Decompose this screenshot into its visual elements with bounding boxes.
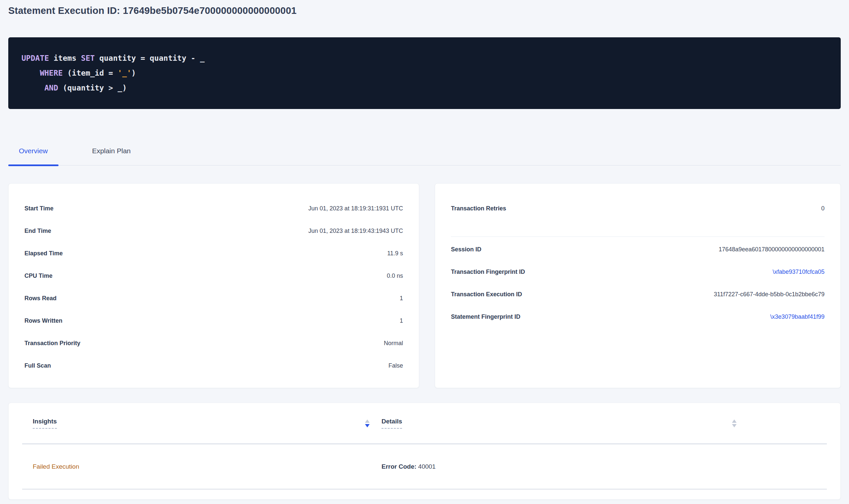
statement-execution-page: Statement Execution ID: 17649be5b0754e70…: [0, 0, 849, 500]
stat-label: Elapsed Time: [24, 250, 63, 257]
column-header-insights[interactable]: Insights: [22, 418, 371, 429]
stat-value: 1: [400, 318, 403, 324]
stat-value: 17648a9eea6017800000000000000001: [719, 246, 825, 253]
sql-indent: [21, 84, 44, 92]
stat-value: 0: [821, 205, 825, 212]
stat-row-transaction-execution-id: Transaction Execution ID 311f7227-c667-4…: [451, 283, 825, 306]
insights-table-card: Insights Details Failed Execution Error …: [8, 402, 841, 500]
sql-text: (item_id =: [63, 69, 118, 77]
stat-row-cpu-time: CPU Time 0.0 ns: [24, 265, 403, 287]
detail-cell: Error Code: 40001: [371, 463, 738, 470]
failed-execution-link[interactable]: Failed Execution: [33, 463, 79, 470]
insight-cell: Failed Execution: [22, 463, 371, 470]
statement-fingerprint-link[interactable]: \x3e3079baabf41f99: [770, 313, 825, 320]
stat-row-elapsed-time: Elapsed Time 11.9 s: [24, 242, 403, 265]
stat-row-statement-fingerprint-id: Statement Fingerprint ID \x3e3079baabf41…: [451, 306, 825, 328]
insights-table-header: Insights Details: [22, 403, 827, 444]
stat-value: 311f7227-c667-4dde-b5bb-0c1b2bbe6c79: [714, 291, 825, 298]
column-header-label[interactable]: Insights: [33, 418, 57, 429]
stat-value: 1: [400, 295, 403, 302]
stat-row-end-time: End Time Jun 01, 2023 at 18:19:43:1943 U…: [24, 220, 403, 242]
stat-value: Jun 01, 2023 at 18:19:43:1943 UTC: [309, 228, 403, 234]
sql-keyword: AND: [44, 84, 58, 92]
tab-explain-plan[interactable]: Explain Plan: [82, 145, 141, 165]
stat-label: Transaction Execution ID: [451, 291, 522, 298]
stat-label: Statement Fingerprint ID: [451, 313, 520, 320]
stat-label: Transaction Retries: [451, 205, 506, 212]
stat-row-transaction-retries: Transaction Retries 0: [451, 197, 825, 220]
stat-label: Rows Written: [24, 318, 63, 324]
execution-stats-card: Start Time Jun 01, 2023 at 18:19:31:1931…: [8, 183, 419, 388]
sql-string-literal: '_': [118, 69, 132, 77]
sql-indent: [21, 69, 40, 77]
stat-label: Session ID: [451, 246, 481, 253]
sql-text: ): [131, 69, 136, 77]
stat-row-transaction-fingerprint-id: Transaction Fingerprint ID \xfabe93710fc…: [451, 260, 825, 283]
sql-keyword: SET: [81, 54, 95, 62]
sql-statement-box: UPDATE items SET quantity = quantity - _…: [8, 37, 841, 109]
sql-text: quantity = quantity - _: [95, 54, 205, 62]
column-header-details[interactable]: Details: [371, 418, 738, 429]
table-row: Failed Execution Error Code: 40001: [22, 444, 827, 489]
stat-row-rows-read: Rows Read 1: [24, 287, 403, 309]
sql-line-3: AND (quantity > _): [21, 80, 828, 95]
stat-label: Transaction Priority: [24, 340, 80, 347]
stat-label: Full Scan: [24, 362, 51, 369]
stat-label: CPU Time: [24, 272, 53, 280]
stat-row-full-scan: Full Scan False: [24, 354, 403, 377]
stat-label: Start Time: [24, 205, 54, 212]
column-header-label[interactable]: Details: [382, 418, 402, 429]
tab-bar: Overview Explain Plan: [8, 145, 841, 165]
stat-value: Normal: [384, 340, 403, 347]
sql-keyword: WHERE: [40, 69, 63, 77]
stat-label: Rows Read: [24, 295, 56, 302]
stat-value: 0.0 ns: [387, 272, 403, 280]
sql-line-2: WHERE (item_id = '_'): [21, 66, 828, 80]
stat-row-start-time: Start Time Jun 01, 2023 at 18:19:31:1931…: [24, 197, 403, 220]
sort-icon[interactable]: [731, 418, 738, 429]
sql-text: (quantity > _): [58, 84, 127, 92]
tab-overview[interactable]: Overview: [8, 145, 58, 165]
sql-keyword: UPDATE: [21, 54, 49, 62]
overview-cards-row: Start Time Jun 01, 2023 at 18:19:31:1931…: [8, 183, 841, 388]
sort-desc-icon[interactable]: [364, 418, 371, 429]
error-code-label: Error Code:: [382, 463, 417, 470]
stat-row-session-id: Session ID 17648a9eea6017800000000000000…: [451, 238, 825, 260]
stat-row-rows-written: Rows Written 1: [24, 309, 403, 332]
sql-line-1: UPDATE items SET quantity = quantity - _: [21, 51, 828, 66]
error-code-value: 40001: [417, 463, 436, 470]
sql-text: items: [49, 54, 81, 62]
stat-value: 11.9 s: [387, 250, 403, 257]
page-title: Statement Execution ID: 17649be5b0754e70…: [8, 4, 841, 17]
stat-label: End Time: [24, 228, 51, 234]
transaction-fingerprint-link[interactable]: \xfabe93710fcfca05: [773, 269, 825, 275]
transaction-info-card: Transaction Retries 0 Session ID 17648a9…: [435, 183, 841, 388]
stat-label: Transaction Fingerprint ID: [451, 269, 525, 275]
stat-value: False: [388, 362, 403, 369]
stat-row-transaction-priority: Transaction Priority Normal: [24, 332, 403, 354]
stat-value: Jun 01, 2023 at 18:19:31:1931 UTC: [309, 205, 403, 212]
card-divider: [451, 236, 825, 237]
